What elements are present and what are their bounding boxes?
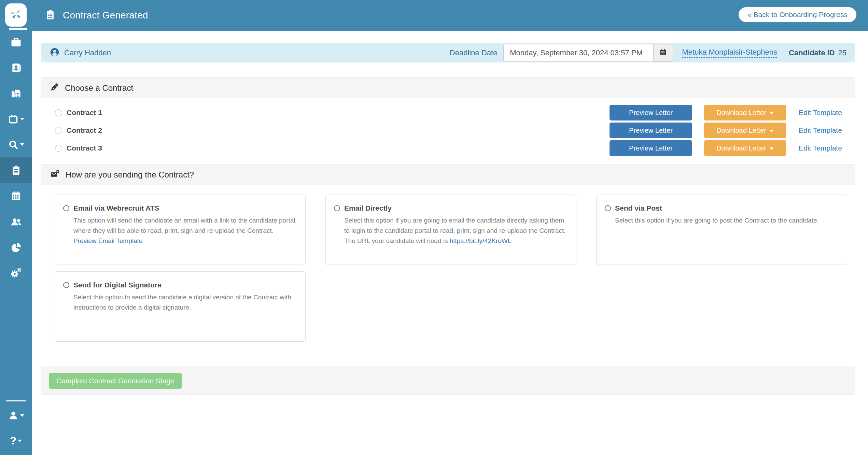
users-icon <box>10 215 22 228</box>
sidebar-item-onboarding[interactable] <box>0 157 32 183</box>
download-letter-button-1[interactable]: Download Letter <box>704 105 786 120</box>
person-circle-icon <box>50 47 60 59</box>
search-icon <box>8 139 19 150</box>
job-title-link[interactable]: Metuka Monplaisir-Stephens <box>682 48 777 58</box>
email-ats-radio[interactable] <box>63 205 69 211</box>
page-title-group: Contract Generated <box>44 0 148 31</box>
sidebar-item-users[interactable] <box>0 209 32 234</box>
chevron-down-icon <box>770 112 774 114</box>
sidebar-item-candidates[interactable] <box>0 55 32 81</box>
candidate-name: Carry Hadden <box>64 48 111 57</box>
help-icon: ? <box>10 435 17 446</box>
edit-template-link-1[interactable]: Edit Template <box>799 109 846 117</box>
sidebar-item-fax[interactable] <box>0 81 32 106</box>
sidebar-item-help[interactable]: ? <box>0 428 32 453</box>
main-content: Carry Hadden Deadline Date <box>32 31 868 395</box>
choose-contract-header: Choose a Contract <box>41 78 855 98</box>
deadline-date-input[interactable] <box>503 44 654 62</box>
sidebar-item-jobs[interactable] <box>0 29 32 55</box>
pie-chart-icon <box>10 241 22 253</box>
preview-letter-button-2[interactable]: Preview Letter <box>610 123 692 138</box>
contract-1-radio[interactable] <box>55 109 62 116</box>
sidebar-divider <box>6 400 26 401</box>
sidebar-item-calendar[interactable] <box>0 106 32 132</box>
send-post-title: Send via Post <box>615 204 662 212</box>
deadline-date-label: Deadline Date <box>450 48 497 57</box>
chevron-down-icon <box>20 143 24 146</box>
chevron-down-icon <box>20 414 24 417</box>
contract-3-radio[interactable] <box>55 145 62 152</box>
candidate-id-value: 25 <box>838 48 846 57</box>
email-directly-radio[interactable] <box>334 205 340 211</box>
sending-method-header: How are you sending the Contract? <box>41 165 855 185</box>
contract-row: Contract 1 Preview Letter Download Lette… <box>55 104 846 122</box>
sidebar-item-account[interactable] <box>0 403 32 428</box>
download-letter-button-3[interactable]: Download Letter <box>704 140 786 156</box>
digital-signature-title: Send for Digital Signature <box>73 281 162 289</box>
contract-1-label: Contract 1 <box>67 109 102 117</box>
send-post-radio[interactable] <box>605 205 611 211</box>
top-header: Contract Generated « Back to Onboarding … <box>0 0 868 31</box>
edit-template-link-2[interactable]: Edit Template <box>799 126 846 134</box>
sending-options-grid: Email via Webrecruit ATS This option wil… <box>41 185 855 367</box>
option-card-email-directly: Email Directly Select this option if you… <box>325 195 576 265</box>
contract-row: Contract 3 Preview Letter Download Lette… <box>55 139 846 157</box>
preview-letter-button-1[interactable]: Preview Letter <box>610 105 692 120</box>
download-letter-label: Download Letter <box>716 109 766 117</box>
email-directly-title: Email Directly <box>344 204 392 212</box>
chevron-down-icon <box>20 118 24 120</box>
contract-2-radio[interactable] <box>55 127 62 134</box>
complete-contract-stage-button[interactable]: Complete Contract Generation Stage <box>49 373 182 389</box>
briefcase-icon <box>10 36 22 48</box>
app-logo[interactable] <box>5 3 27 27</box>
contract-list: Contract 1 Preview Letter Download Lette… <box>41 98 855 165</box>
mail-bulk-icon <box>50 169 60 181</box>
contract-panel: Choose a Contract Contract 1 Preview Let… <box>41 77 855 395</box>
pen-nib-icon <box>50 82 59 94</box>
option-card-email-ats: Email via Webrecruit ATS This option wil… <box>55 195 306 265</box>
chevron-down-icon <box>770 130 774 132</box>
preview-email-template-link[interactable]: Preview Email Template <box>73 236 297 246</box>
butterfly-logo-icon <box>9 7 24 23</box>
calendar-picker-button[interactable] <box>654 44 673 62</box>
email-directly-description: Select this option if you are going to e… <box>344 215 568 246</box>
calendar-icon <box>8 114 19 125</box>
sidebar-item-schedule[interactable] <box>0 183 32 209</box>
candidate-name-group: Carry Hadden <box>50 47 111 59</box>
calendar-grid-icon <box>10 190 22 202</box>
candidate-id-label: Candidate ID <box>789 48 835 57</box>
clipboard-icon <box>10 165 22 176</box>
contract-row: Contract 2 Preview Letter Download Lette… <box>55 122 846 139</box>
choose-contract-title: Choose a Contract <box>65 83 133 93</box>
sidebar-nav: ? <box>0 0 32 455</box>
back-to-onboarding-button[interactable]: « Back to Onboarding Progress <box>739 7 856 22</box>
candidate-portal-url-link[interactable]: https://bit.ly/42KroWL <box>450 237 512 244</box>
digital-signature-description: Select this option to send the candidate… <box>73 292 297 313</box>
cogs-icon <box>10 267 22 279</box>
contract-3-label: Contract 3 <box>67 144 102 152</box>
download-letter-button-2[interactable]: Download Letter <box>704 123 786 138</box>
sending-method-title: How are you sending the Contract? <box>66 170 194 180</box>
sidebar-item-reports[interactable] <box>0 234 32 260</box>
digital-signature-radio[interactable] <box>63 282 69 288</box>
download-letter-label: Download Letter <box>716 127 766 134</box>
edit-template-link-3[interactable]: Edit Template <box>799 144 846 152</box>
user-icon <box>8 410 19 421</box>
candidate-info-bar: Carry Hadden Deadline Date <box>41 43 855 62</box>
email-ats-title: Email via Webrecruit ATS <box>73 204 159 212</box>
calendar-icon <box>659 48 667 58</box>
sidebar-item-search[interactable] <box>0 132 32 157</box>
chevron-down-icon <box>18 440 22 442</box>
email-ats-description: This option will send the candidate an e… <box>73 215 297 236</box>
deadline-date-group <box>503 44 673 62</box>
fax-icon <box>10 88 22 99</box>
preview-letter-button-3[interactable]: Preview Letter <box>610 140 692 156</box>
contract-2-label: Contract 2 <box>67 126 102 134</box>
sidebar-item-settings[interactable] <box>0 260 32 285</box>
chevron-down-icon <box>770 147 774 150</box>
page-title: Contract Generated <box>63 10 148 21</box>
clipboard-title-icon <box>44 9 56 22</box>
address-book-icon <box>10 62 22 74</box>
option-card-digital-signature: Send for Digital Signature Select this o… <box>55 271 306 342</box>
send-post-description: Select this option if you are going to p… <box>615 215 839 226</box>
